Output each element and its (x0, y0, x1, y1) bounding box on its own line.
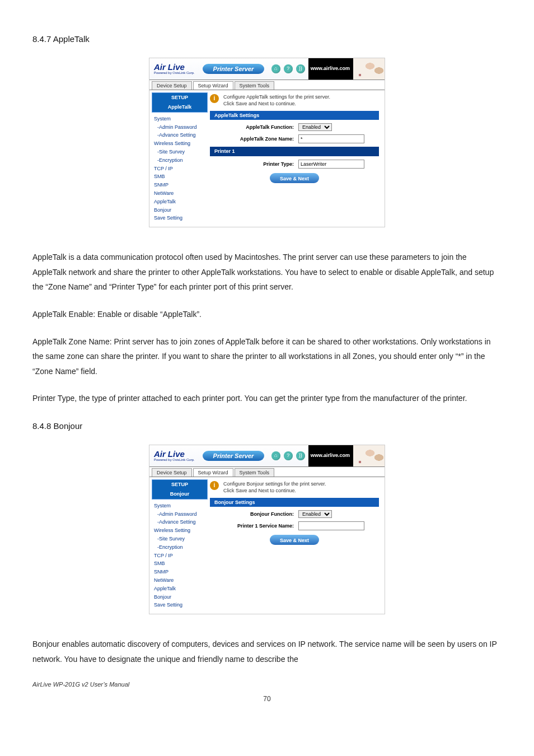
info-icon: i (210, 481, 219, 490)
svg-text:Printer Server: Printer Server (213, 66, 254, 72)
info-icon: i (210, 94, 219, 103)
logo-subtext: Powered by OvisLink Corp. (154, 458, 195, 462)
sidebar-item-advance-setting[interactable]: -Advance Setting (152, 518, 208, 526)
wifi-icon[interactable]: )) (296, 451, 305, 460)
sidebar-item-smb[interactable]: SMB (152, 559, 208, 568)
sidebar-item-netware[interactable]: NetWare (152, 189, 208, 198)
save-next-button[interactable]: Save & Next (270, 173, 319, 183)
sidebar-item-wireless[interactable]: Wireless Setting (152, 526, 208, 535)
sidebar-item-site-survey[interactable]: -Site Survey (152, 535, 208, 543)
heading-bonjour: 8.4.8 Bonjour (32, 418, 502, 435)
sidebar-current: AppleTalk (152, 102, 207, 112)
sidebar-setup-header: SETUP (152, 93, 207, 102)
main-panel: i Configure Bonjour settings for the pri… (210, 477, 385, 614)
select-appletalk-function[interactable]: Enabled (298, 123, 332, 131)
tab-setup-wizard[interactable]: Setup Wizard (193, 468, 233, 477)
svg-text:Save & Next: Save & Next (280, 538, 309, 543)
para-appletalk-enable: AppleTalk Enable: Enable or disable “App… (32, 307, 502, 322)
tab-system-tools[interactable]: System Tools (235, 468, 274, 477)
page-number: 70 (32, 693, 502, 706)
para-appletalk-zone: AppleTalk Zone Name: Print server has to… (32, 334, 502, 379)
header-icons: ⌂ ? )) (271, 451, 308, 460)
screenshot-bonjour: Air Live Powered by OvisLink Corp. Print… (149, 445, 385, 615)
site-url: www.airlive.com (308, 58, 353, 80)
sidebar-item-appletalk[interactable]: AppleTalk (152, 585, 208, 593)
sidebar-item-wireless[interactable]: Wireless Setting (152, 139, 208, 148)
section-bar-printer1: Printer 1 (210, 147, 379, 156)
site-url: www.airlive.com (308, 445, 353, 466)
help-icon[interactable]: ? (284, 451, 293, 460)
info-text: Configure Bonjour settings for the print… (223, 480, 326, 494)
sidebar-item-save-setting[interactable]: Save Setting (152, 214, 208, 222)
sidebar-item-encryption[interactable]: -Encryption (152, 543, 208, 552)
section-bar-bonjour-settings: Bonjour Settings (210, 498, 379, 507)
sidebar-item-advance-setting[interactable]: -Advance Setting (152, 131, 208, 139)
para-appletalk-main: AppleTalk is a data communication protoc… (32, 250, 502, 295)
title-badge: Printer Server (203, 450, 264, 462)
input-appletalk-zone[interactable] (298, 134, 364, 143)
tabbar: Device Setup Setup Wizard System Tools (149, 80, 385, 91)
svg-text:Printer Server: Printer Server (213, 452, 254, 459)
tabbar: Device Setup Setup Wizard System Tools (149, 466, 385, 478)
sidebar-item-encryption[interactable]: -Encryption (152, 156, 208, 165)
sidebar: SETUP AppleTalk System -Admin Password -… (149, 90, 210, 227)
label-appletalk-function: AppleTalk Function: (210, 124, 294, 130)
tab-device-setup[interactable]: Device Setup (152, 81, 192, 90)
sidebar-item-appletalk[interactable]: AppleTalk (152, 198, 208, 206)
sidebar: SETUP Bonjour System -Admin Password -Ad… (149, 477, 210, 614)
sidebar-item-bonjour[interactable]: Bonjour (152, 593, 208, 601)
sidebar-item-save-setting[interactable]: Save Setting (152, 601, 208, 609)
logo-subtext: Powered by OvisLink Corp. (154, 71, 195, 75)
label-appletalk-zone: AppleTalk Zone Name: (210, 136, 294, 142)
sidebar-item-netware[interactable]: NetWare (152, 576, 208, 585)
input-printer-type[interactable] (298, 160, 364, 169)
header-icons: ⌂ ? )) (271, 64, 308, 73)
header-photo (353, 58, 385, 80)
tab-device-setup[interactable]: Device Setup (152, 468, 192, 477)
sidebar-item-smb[interactable]: SMB (152, 172, 208, 181)
wifi-icon[interactable]: )) (296, 64, 305, 73)
svg-text:Save & Next: Save & Next (280, 176, 309, 181)
help-icon[interactable]: ? (284, 64, 293, 73)
para-appletalk-ptype: Printer Type, the type of printer attach… (32, 391, 502, 406)
save-next-button[interactable]: Save & Next (270, 535, 319, 545)
screenshot-appletalk: Air Live Powered by OvisLink Corp. Print… (149, 58, 385, 228)
sidebar-item-snmp[interactable]: SNMP (152, 181, 208, 189)
sidebar-item-tcpip[interactable]: TCP / IP (152, 165, 208, 173)
info-text: Configure AppleTalk settings for the pri… (223, 94, 330, 107)
home-icon[interactable]: ⌂ (271, 64, 280, 73)
sidebar-setup-header: SETUP (152, 480, 207, 489)
sidebar-item-system[interactable]: System (152, 115, 208, 123)
screenshot-header: Air Live Powered by OvisLink Corp. Print… (149, 58, 385, 80)
sidebar-current: Bonjour (152, 489, 207, 499)
select-bonjour-function[interactable]: Enabled (298, 510, 332, 518)
tab-setup-wizard[interactable]: Setup Wizard (193, 81, 233, 90)
screenshot-header: Air Live Powered by OvisLink Corp. Print… (149, 445, 385, 466)
sidebar-item-system[interactable]: System (152, 502, 208, 510)
sidebar-item-snmp[interactable]: SNMP (152, 568, 208, 576)
home-icon[interactable]: ⌂ (271, 451, 280, 460)
input-printer1-service-name[interactable] (298, 521, 364, 530)
sidebar-item-admin-password[interactable]: -Admin Password (152, 123, 208, 132)
main-panel: i Configure AppleTalk settings for the p… (210, 90, 385, 227)
title-badge: Printer Server (203, 63, 264, 75)
sidebar-item-site-survey[interactable]: -Site Survey (152, 148, 208, 156)
tab-system-tools[interactable]: System Tools (235, 81, 274, 90)
logo: Air Live Powered by OvisLink Corp. (154, 62, 195, 75)
label-printer-type: Printer Type: (210, 161, 294, 167)
heading-appletalk: 8.4.7 AppleTalk (32, 31, 502, 48)
section-bar-appletalk-settings: AppleTalk Settings (210, 111, 379, 120)
logo: Air Live Powered by OvisLink Corp. (154, 449, 195, 462)
sidebar-item-admin-password[interactable]: -Admin Password (152, 510, 208, 519)
para-bonjour-main: Bonjour enables automatic discovery of c… (32, 637, 502, 666)
footer-text: AirLive WP-201G v2 User’s Manual (32, 679, 502, 690)
header-photo (353, 445, 385, 466)
label-bonjour-function: Bonjour Function: (210, 511, 294, 517)
sidebar-item-tcpip[interactable]: TCP / IP (152, 552, 208, 560)
label-printer1-service-name: Printer 1 Service Name: (210, 523, 294, 529)
sidebar-item-bonjour[interactable]: Bonjour (152, 206, 208, 214)
